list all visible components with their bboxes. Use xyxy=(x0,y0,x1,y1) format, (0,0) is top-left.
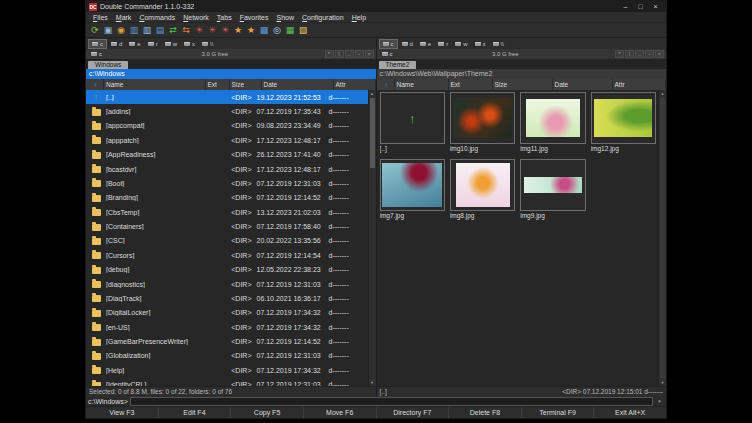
refresh-icon[interactable]: ⟳ xyxy=(89,24,101,36)
scroll-down-icon[interactable]: ▼ xyxy=(369,379,376,386)
scroll-up-icon[interactable]: ▲ xyxy=(369,90,376,97)
right-drive-e-button[interactable]: e xyxy=(417,39,434,49)
sort-indicator-icon[interactable]: ↑ xyxy=(86,79,104,90)
thumbnail-img11jpg[interactable] xyxy=(520,92,585,144)
function-key-f4[interactable]: Edit F4 xyxy=(158,407,231,418)
menu-configuration[interactable]: Configuration xyxy=(298,14,348,21)
menu-tabs[interactable]: Tabs xyxy=(213,14,236,21)
thumbnail-img9jpg[interactable] xyxy=(520,159,585,211)
left-panel-button-4[interactable]: < xyxy=(365,50,374,58)
thumbnail-img12jpg[interactable] xyxy=(591,92,656,144)
file-row[interactable]: [IdentityCRL]<DIR>07.12.2019 12:31:03d--… xyxy=(86,378,369,387)
tab-theme2[interactable]: Theme2 xyxy=(379,61,417,69)
left-drive-w-button[interactable]: w xyxy=(162,39,180,49)
scroll-down-icon[interactable]: ▼ xyxy=(659,379,666,386)
right-path-bar[interactable]: c:\Windows\Web\Wallpaper\Theme2 xyxy=(377,69,667,79)
left-panel-button-2[interactable]: .. xyxy=(345,50,354,58)
menu-commands[interactable]: Commands xyxy=(135,14,179,21)
menu-mark[interactable]: Mark xyxy=(112,14,136,21)
right-drive-network-button[interactable]: \\ xyxy=(490,39,507,49)
file-row[interactable]: [DigitalLocker]<DIR>07.12.2019 17:34:32d… xyxy=(86,306,369,320)
file-row[interactable]: [GameBarPresenceWriter]<DIR>07.12.2019 1… xyxy=(86,334,369,348)
command-input[interactable] xyxy=(130,397,653,406)
minimize-button[interactable]: – xyxy=(618,1,633,12)
file-row[interactable]: [CSC]<DIR>20.02.2022 13:35:56d------- xyxy=(86,234,369,248)
file-row[interactable]: [Cursors]<DIR>07.12.2019 12:14:54d------… xyxy=(86,248,369,262)
file-row[interactable]: [Containers]<DIR>07.12.2019 17:58:40d---… xyxy=(86,219,369,233)
scroll-up-icon[interactable]: ▲ xyxy=(659,90,666,97)
column-header-date[interactable]: Date xyxy=(262,79,334,90)
hotlist-icon[interactable]: ★ xyxy=(245,24,257,36)
right-panel-button-2[interactable]: .. xyxy=(635,50,644,58)
thumbnail-img8jpg[interactable] xyxy=(450,159,515,211)
file-row[interactable]: [debug]<DIR>12.05.2022 22:38:23d------- xyxy=(86,263,369,277)
file-row[interactable]: [appcompat]<DIR>09.08.2023 23:34:49d----… xyxy=(86,119,369,133)
column-header-size[interactable]: Size xyxy=(493,79,553,90)
column-header-size[interactable]: Size xyxy=(230,79,262,90)
column-header-ext[interactable]: Ext xyxy=(206,79,230,90)
compare-directories-icon[interactable]: ⇄ xyxy=(167,24,179,36)
file-row[interactable]: [bcastdvr]<DIR>17.12.2023 12:48:17d-----… xyxy=(86,162,369,176)
left-scrollbar[interactable]: ▲ ▼ xyxy=(368,90,376,386)
left-drive-c-button[interactable]: c xyxy=(88,39,107,49)
network-icon[interactable]: ◉ xyxy=(115,24,127,36)
split-horizontal-icon[interactable]: ▤ xyxy=(154,24,166,36)
left-drive-network-button[interactable]: \\ xyxy=(199,39,216,49)
left-path-bar[interactable]: c:\Windows xyxy=(86,69,376,79)
options-icon[interactable]: ▣ xyxy=(102,24,114,36)
right-panel-button-1[interactable]: \ xyxy=(625,50,634,58)
column-header-date[interactable]: Date xyxy=(553,79,613,90)
split-vertical-active-icon[interactable]: ▥ xyxy=(141,24,153,36)
function-key-f8[interactable]: Delete F8 xyxy=(448,407,521,418)
left-drive-e-button[interactable]: e xyxy=(126,39,143,49)
run-admin-icon[interactable]: ☀ xyxy=(219,24,231,36)
file-row[interactable]: [CbsTemp]<DIR>13.12.2023 21:02:03d------… xyxy=(86,205,369,219)
left-drive-d-button[interactable]: d xyxy=(108,39,125,49)
column-header-attr[interactable]: Attr xyxy=(613,79,667,90)
left-drive-select[interactable]: c xyxy=(88,51,105,57)
menu-show[interactable]: Show xyxy=(272,14,298,21)
function-key-f9[interactable]: Terminal F9 xyxy=(521,407,594,418)
left-panel-button-1[interactable]: \ xyxy=(335,50,344,58)
search-icon[interactable]: ◎ xyxy=(271,24,283,36)
sync-dirs-icon[interactable]: ▦ xyxy=(284,24,296,36)
swap-panels-icon[interactable]: ⇆ xyxy=(180,24,192,36)
sort-indicator-icon[interactable]: ↑ xyxy=(377,79,395,90)
file-row[interactable]: [addins]<DIR>07.12.2019 17:35:43d------- xyxy=(86,104,369,118)
maximize-button[interactable]: □ xyxy=(633,1,648,12)
right-drive-d-button[interactable]: d xyxy=(399,39,416,49)
tab-windows[interactable]: Windows xyxy=(88,61,128,69)
right-drive-select[interactable]: c xyxy=(379,51,396,57)
right-drive-c-button[interactable]: c xyxy=(379,39,398,49)
function-key-f6[interactable]: Move F6 xyxy=(303,407,376,418)
scroll-thumb[interactable] xyxy=(660,98,665,378)
menu-network[interactable]: Network xyxy=(179,14,213,21)
file-row[interactable]: [Help]<DIR>07.12.2019 17:34:32d------- xyxy=(86,363,369,377)
command-history-dropdown-icon[interactable]: ▾ xyxy=(655,398,664,404)
left-drive-r-button[interactable]: r xyxy=(145,39,161,49)
function-key-f3[interactable]: View F3 xyxy=(86,407,158,418)
file-row[interactable]: [AppReadiness]<DIR>26.12.2023 17:41:40d-… xyxy=(86,148,369,162)
menu-help[interactable]: Help xyxy=(348,14,370,21)
right-drive-r-button[interactable]: r xyxy=(435,39,451,49)
right-scrollbar[interactable]: ▲ ▼ xyxy=(658,90,666,386)
run-terminal-icon[interactable]: ☀ xyxy=(206,24,218,36)
file-row[interactable]: [Boot]<DIR>07.12.2019 12:31:03d------- xyxy=(86,176,369,190)
thumbnail-img10jpg[interactable] xyxy=(450,92,515,144)
right-drive-x-button[interactable]: x xyxy=(472,39,489,49)
column-header-name[interactable]: Name xyxy=(104,79,206,90)
title-bar[interactable]: DC Double Commander 1.1.0-332 – □ × xyxy=(86,1,666,12)
right-panel-button-0[interactable]: * xyxy=(615,50,624,58)
menu-favorites[interactable]: Favorites xyxy=(236,14,273,21)
left-drive-x-button[interactable]: x xyxy=(181,39,198,49)
right-drive-w-button[interactable]: w xyxy=(452,39,470,49)
file-row[interactable]: [diagnostics]<DIR>07.12.2019 12:31:03d--… xyxy=(86,277,369,291)
thumbnail-img7jpg[interactable] xyxy=(380,159,445,211)
left-panel-button-0[interactable]: * xyxy=(325,50,334,58)
file-row[interactable]: ↑[..]<DIR>19.12.2023 21:52:53d------- xyxy=(86,90,369,104)
close-button[interactable]: × xyxy=(648,1,663,12)
file-row[interactable]: [Globalization]<DIR>07.12.2019 12:31:03d… xyxy=(86,349,369,363)
file-row[interactable]: [en-US]<DIR>07.12.2019 17:34:32d------- xyxy=(86,320,369,334)
function-key-alt+x[interactable]: Exit Alt+X xyxy=(593,407,666,418)
left-panel-button-3[interactable]: - xyxy=(355,50,364,58)
